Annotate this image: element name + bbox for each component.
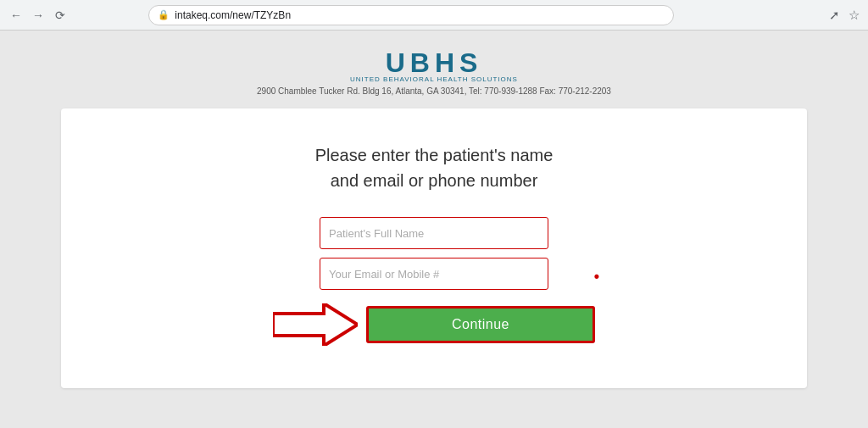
action-row: Continue bbox=[112, 303, 756, 346]
share-button[interactable]: ➚ bbox=[829, 8, 840, 23]
email-mobile-input[interactable] bbox=[320, 258, 548, 290]
reload-button[interactable]: ⟳ bbox=[53, 8, 68, 23]
header: UBHS UNITED BEHAVIORAL HEALTH SOLUTIONS … bbox=[34, 47, 834, 108]
card-title: Please enter the patient's name and emai… bbox=[112, 142, 756, 193]
arrow-indicator bbox=[273, 303, 358, 346]
bookmark-button[interactable]: ☆ bbox=[849, 8, 860, 23]
required-indicator: • bbox=[594, 268, 599, 286]
form-group bbox=[112, 217, 756, 290]
url-text: intakeq.com/new/TZYzBn bbox=[175, 9, 291, 21]
continue-button[interactable]: Continue bbox=[366, 306, 595, 343]
patient-name-input[interactable] bbox=[320, 217, 548, 249]
logo: UBHS UNITED BEHAVIORAL HEALTH SOLUTIONS bbox=[34, 47, 834, 83]
card-title-line2: and email or phone number bbox=[331, 171, 538, 190]
forward-button[interactable]: → bbox=[31, 8, 46, 23]
logo-letters: UBHS bbox=[386, 47, 483, 78]
address-bar[interactable]: 🔒 intakeq.com/new/TZYzBn bbox=[148, 5, 674, 25]
svg-marker-0 bbox=[273, 303, 358, 346]
form-card: Please enter the patient's name and emai… bbox=[61, 108, 807, 388]
lock-icon: 🔒 bbox=[158, 9, 170, 20]
page-content: UBHS UNITED BEHAVIORAL HEALTH SOLUTIONS … bbox=[0, 31, 868, 428]
browser-actions: ➚ ☆ bbox=[829, 8, 860, 23]
card-title-line1: Please enter the patient's name bbox=[315, 146, 554, 164]
browser-chrome: ← → ⟳ 🔒 intakeq.com/new/TZYzBn ➚ ☆ bbox=[0, 0, 868, 31]
back-button[interactable]: ← bbox=[8, 8, 24, 23]
header-address: 2900 Chamblee Tucker Rd. Bldg 16, Atlant… bbox=[34, 86, 834, 96]
logo-subtitle: UNITED BEHAVIORAL HEALTH SOLUTIONS bbox=[34, 75, 834, 83]
